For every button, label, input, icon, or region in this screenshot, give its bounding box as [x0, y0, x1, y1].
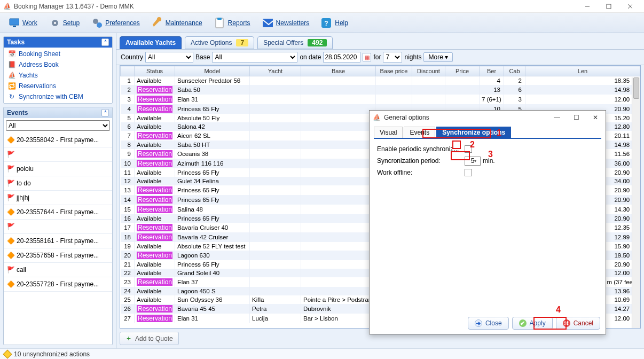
task-sync-cbm[interactable]: ↻Synchronize with CBM [4, 91, 112, 102]
toolbar-setup[interactable]: Setup [44, 15, 85, 30]
base-select[interactable]: All [212, 52, 297, 63]
table-cell [250, 260, 301, 269]
table-cell: Available [135, 168, 175, 177]
table-cell [412, 85, 445, 95]
dialog-maximize-button[interactable]: ☐ [569, 112, 583, 123]
grid-scrollbar[interactable] [632, 77, 640, 328]
toolbar-reports[interactable]: Reports [209, 15, 256, 30]
dialog-minimize-button[interactable]: — [550, 112, 564, 123]
spinner-arrows-icon[interactable]: ▾ [474, 159, 480, 163]
event-item[interactable]: 🚩call [4, 263, 112, 277]
event-item[interactable]: 🚩 [4, 220, 112, 234]
table-cell [250, 232, 301, 242]
task-reservations[interactable]: 🔁Reservations [4, 81, 112, 91]
grid-col-header[interactable] [121, 66, 135, 76]
grid-col-header[interactable]: Discount [412, 66, 445, 76]
nights-select[interactable]: 7 [383, 52, 402, 63]
table-cell [250, 114, 301, 122]
more-filters-button[interactable]: More ▾ [423, 52, 453, 62]
event-item[interactable]: 🚩to do [4, 176, 112, 191]
table-cell [301, 95, 376, 104]
maximize-button[interactable] [598, 0, 619, 13]
event-item[interactable]: 🔶20-23557728 - First payme... [4, 277, 112, 292]
enable-sync-checkbox[interactable] [465, 145, 472, 153]
table-cell: Aicon 62 SL [175, 131, 250, 141]
grid-col-header[interactable]: Cab [504, 66, 525, 76]
table-cell [445, 76, 480, 85]
table-cell [250, 104, 301, 114]
events-list[interactable]: 🔶20-23558042 - First payme...🚩🚩poioiu🚩to… [4, 133, 112, 293]
table-cell: 14.98 m [525, 85, 640, 95]
table-cell: 1 [121, 76, 135, 85]
grid-col-header[interactable]: Base price [376, 66, 412, 76]
table-cell: 17 [121, 223, 135, 232]
toolbar-newsletters[interactable]: Newsletters [257, 15, 315, 30]
event-item[interactable]: 🔶20-23557658 - First payme... [4, 248, 112, 263]
add-to-quote-button[interactable]: ＋Add to Quote [120, 332, 179, 345]
country-select[interactable]: All [145, 52, 193, 63]
grid-col-header[interactable]: Len [525, 66, 640, 76]
chevron-up-icon[interactable]: ˄ [101, 38, 109, 46]
table-cell [445, 95, 480, 104]
table-cell: 4 [121, 104, 135, 114]
minimize-button[interactable] [577, 0, 598, 13]
tab-special-offers[interactable]: Special Offers492 [257, 36, 333, 49]
tasks-header[interactable]: Tasks ˄ [4, 37, 112, 48]
event-item[interactable]: 🔶20-23558042 - First payme... [4, 133, 112, 147]
event-item[interactable]: 🔶20-23558161 - First payme... [4, 234, 112, 248]
task-yachts[interactable]: ⛵Yachts [4, 70, 112, 81]
dialog-cancel-button[interactable]: ✖Cancel [556, 317, 600, 330]
table-cell [250, 95, 301, 104]
dialog-titlebar[interactable]: ⛵ General options — ☐ ✕ [370, 111, 606, 124]
dialog-tab-visual[interactable]: Visual [374, 127, 403, 138]
close-button[interactable] [619, 0, 641, 13]
tab-available-yachts[interactable]: Available Yachts [120, 36, 182, 49]
table-cell: 16 [121, 214, 135, 223]
table-cell: Sunseeker Predator 56 [175, 76, 250, 85]
chevron-up-icon[interactable]: ˄ [101, 109, 109, 116]
toolbar-help[interactable]: ? Help [316, 15, 354, 30]
table-row[interactable]: 3ReservationElan 317 (6+1)312.00 m [121, 95, 640, 104]
event-item[interactable]: 🔶20-23557644 - First payme... [4, 205, 112, 220]
tab-active-options[interactable]: Active Options7 [185, 36, 254, 49]
table-cell [301, 104, 376, 114]
dialog-close-action-button[interactable]: ➔Close [468, 317, 509, 330]
grid-col-header[interactable]: Model [175, 66, 250, 76]
table-row[interactable]: 2ReservationSaba 5013614.98 m [121, 85, 640, 95]
grid-col-header[interactable]: Ber [480, 66, 504, 76]
task-booking-sheet[interactable]: 📅Booking Sheet [4, 49, 112, 59]
table-cell: 22 [121, 269, 135, 277]
table-cell [250, 76, 301, 85]
work-offline-checkbox[interactable] [465, 169, 472, 176]
toolbar-maintenance[interactable]: Maintenance [146, 15, 208, 30]
table-row[interactable]: 1AvailableSunseeker Predator 564218.35 m [121, 76, 640, 85]
events-filter-select[interactable]: All [6, 120, 110, 131]
dialog-tab-events[interactable]: Events [404, 127, 435, 138]
grid-col-header[interactable]: Base [301, 66, 376, 76]
toolbar-work[interactable]: Work [3, 15, 43, 30]
toolbar-preferences[interactable]: Preferences [86, 15, 145, 30]
calendar-picker-icon[interactable]: ▦ [363, 53, 371, 61]
scrollbar-thumb[interactable] [633, 77, 639, 99]
event-item[interactable]: 🚩jjhjhj [4, 191, 112, 205]
event-item[interactable]: 🚩poioiu [4, 162, 112, 176]
event-item[interactable]: 🚩 [4, 147, 112, 162]
grid-col-header[interactable]: Status [135, 66, 175, 76]
dialog-tab-sync[interactable]: Synchronize options [436, 127, 511, 138]
ondate-input[interactable] [323, 52, 360, 63]
arrow-right-icon: ➔ [475, 319, 482, 327]
dialog-apply-button[interactable]: ✔Apply [512, 317, 553, 330]
table-cell [301, 223, 376, 232]
sync-period-spinner[interactable]: 5▾ [465, 157, 481, 166]
table-cell [301, 76, 376, 85]
task-address-book[interactable]: 📕Address Book [4, 59, 112, 70]
table-cell: Saba 50 [175, 85, 250, 95]
dialog-close-button[interactable]: ✕ [588, 112, 602, 123]
events-header[interactable]: Events ˄ [4, 107, 112, 118]
grid-col-header[interactable]: Price [445, 66, 480, 76]
table-cell [301, 149, 376, 159]
table-cell: 19 [121, 242, 135, 251]
event-label: to do [17, 180, 31, 187]
grid-col-header[interactable]: Yacht [250, 66, 301, 76]
event-item[interactable]: ▶13-06246 - Option expired [4, 292, 112, 293]
